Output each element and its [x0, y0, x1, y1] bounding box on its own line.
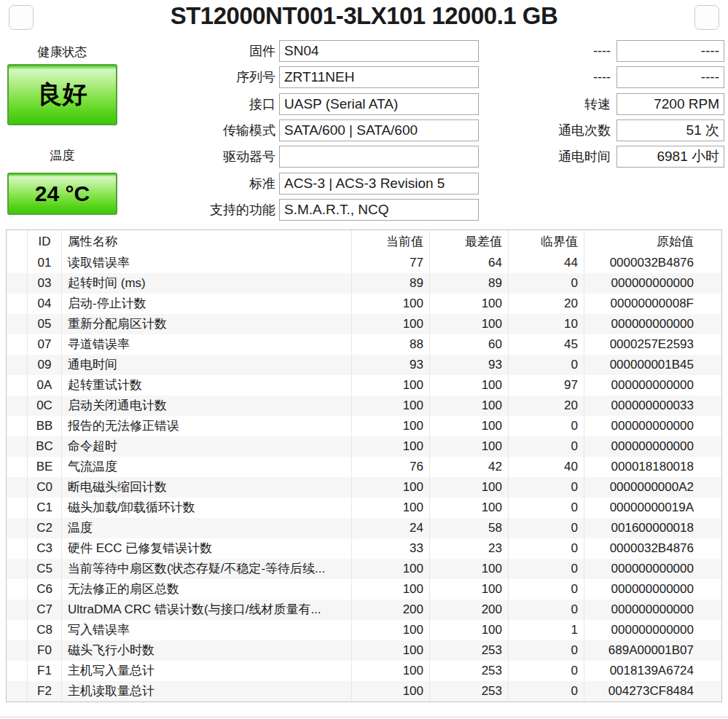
cell-id: F2	[27, 681, 61, 702]
cell-raw: 00000000008F	[584, 294, 721, 314]
field-value-box[interactable]: ----	[617, 66, 724, 88]
table-row[interactable]: F2 主机读取量总计 100 253 0 004273CF8484	[7, 681, 721, 702]
status-indicator-cell	[7, 334, 27, 355]
status-indicator-cell	[7, 457, 27, 477]
cell-raw: 004273CF8484	[584, 681, 721, 702]
table-row[interactable]: BC 命令超时 100 100 0 000000000000	[7, 436, 721, 457]
cell-worst: 60	[429, 334, 508, 355]
info-field-row: 支持的功能 S.M.A.R.T., NCQ	[0, 199, 728, 221]
cell-name: 启动-停止计数	[61, 294, 351, 314]
cell-id: 05	[27, 314, 61, 334]
column-header-raw[interactable]: 原始值	[584, 230, 721, 253]
table-row[interactable]: C1 磁头加载/卸载循环计数 100 100 0 00000000019A	[7, 498, 721, 518]
field-value-box[interactable]: 51 次	[617, 119, 724, 141]
cell-raw: 000000001B45	[584, 355, 721, 375]
column-header-current[interactable]: 当前值	[351, 230, 429, 253]
cell-worst: 253	[429, 681, 508, 702]
table-row[interactable]: F1 主机写入量总计 100 253 0 0018139A6724	[7, 661, 721, 681]
field-value-box[interactable]: 6981 小时	[617, 146, 724, 168]
table-row[interactable]: 0A 起转重试计数 100 100 97 000000000000	[7, 375, 721, 396]
smart-attributes-table: ID 属性名称 当前值 最差值 临界值 原始值 01 读取错误率 77 64 4…	[6, 229, 722, 702]
cell-threshold: 44	[508, 253, 584, 273]
cell-worst: 93	[429, 355, 508, 375]
status-indicator-cell	[7, 620, 27, 640]
cell-raw: 0000257E2593	[584, 334, 721, 355]
cell-id: C1	[27, 498, 61, 518]
table-row[interactable]: BB 报告的无法修正错误 100 100 0 000000000000	[7, 416, 721, 436]
table-row[interactable]: F0 磁头飞行小时数 100 253 0 689A00001B07	[7, 640, 721, 661]
column-header-name[interactable]: 属性名称	[61, 230, 351, 253]
table-row[interactable]: 07 寻道错误率 88 60 45 0000257E2593	[7, 334, 721, 355]
cell-raw: 000000000000	[584, 559, 721, 579]
cell-threshold: 0	[508, 436, 584, 457]
table-row[interactable]: 01 读取错误率 77 64 44 0000032B4876	[7, 253, 721, 273]
cell-raw: 0000032B4876	[584, 253, 721, 273]
field-value-box[interactable]: 7200 RPM	[617, 93, 724, 115]
table-row[interactable]: C7 UltraDMA CRC 错误计数(与接口/线材质量有... 200 20…	[7, 600, 721, 620]
cell-worst: 100	[429, 477, 508, 498]
cell-raw: 0000032B4876	[584, 538, 721, 559]
cell-threshold: 0	[508, 640, 584, 661]
cell-threshold: 0	[508, 559, 584, 579]
table-row[interactable]: C3 硬件 ECC 已修复错误计数 33 23 0 0000032B4876	[7, 538, 721, 559]
status-indicator-cell	[7, 559, 27, 579]
cell-name: 当前等待中扇区数(状态存疑/不稳定-等待后续...	[61, 559, 351, 579]
cell-id: BE	[27, 457, 61, 477]
table-row[interactable]: 05 重新分配扇区计数 100 100 10 000000000000	[7, 314, 721, 334]
cell-name: 硬件 ECC 已修复错误计数	[61, 538, 351, 559]
cell-threshold: 0	[508, 355, 584, 375]
cell-name: 气流温度	[61, 457, 351, 477]
cell-id: C2	[27, 518, 61, 538]
column-header-threshold[interactable]: 临界值	[508, 230, 584, 253]
cell-current: 100	[351, 396, 429, 416]
cell-current: 33	[351, 538, 429, 559]
info-field-row: 通电时间 6981 小时	[0, 146, 728, 168]
cell-raw: 000000000000	[584, 314, 721, 334]
cell-raw: 000000000000	[584, 375, 721, 396]
table-row[interactable]: 0C 启动关闭通电计数 100 100 20 000000000033	[7, 396, 721, 416]
table-row[interactable]: C6 无法修正的扇区总数 100 100 0 000000000000	[7, 579, 721, 600]
status-indicator-cell	[7, 681, 27, 702]
table-row[interactable]: C5 当前等待中扇区数(状态存疑/不稳定-等待后续... 100 100 0 0…	[7, 559, 721, 579]
cell-current: 100	[351, 579, 429, 600]
cell-name: 磁头加载/卸载循环计数	[61, 498, 351, 518]
cell-id: C6	[27, 579, 61, 600]
table-row[interactable]: 04 启动-停止计数 100 100 20 00000000008F	[7, 294, 721, 314]
cell-name: 报告的无法修正错误	[61, 416, 351, 436]
cell-current: 100	[351, 375, 429, 396]
cell-name: 断电磁头缩回计数	[61, 477, 351, 498]
cell-threshold: 0	[508, 273, 584, 294]
cell-id: C0	[27, 477, 61, 498]
status-indicator-cell	[7, 518, 27, 538]
table-row[interactable]: BE 气流温度 76 42 40 000018180018	[7, 457, 721, 477]
cell-id: 07	[27, 334, 61, 355]
cell-id: 03	[27, 273, 61, 294]
cell-current: 100	[351, 640, 429, 661]
column-header-id[interactable]: ID	[27, 230, 61, 253]
cell-name: 主机写入量总计	[61, 661, 351, 681]
cell-id: C7	[27, 600, 61, 620]
cell-threshold: 0	[508, 661, 584, 681]
status-indicator-cell	[7, 640, 27, 661]
table-row[interactable]: C2 温度 24 58 0 001600000018	[7, 518, 721, 538]
cell-threshold: 20	[508, 294, 584, 314]
cell-name: 通电时间	[61, 355, 351, 375]
status-indicator-cell	[7, 253, 27, 273]
column-header-worst[interactable]: 最差值	[429, 230, 508, 253]
table-row[interactable]: 09 通电时间 93 93 0 000000001B45	[7, 355, 721, 375]
field-label: 转速	[452, 93, 611, 115]
field-value-box[interactable]: ----	[617, 40, 724, 62]
table-header-row: ID 属性名称 当前值 最差值 临界值 原始值	[7, 230, 721, 253]
cell-current: 100	[351, 477, 429, 498]
cell-threshold: 0	[508, 477, 584, 498]
window-bottom-divider	[0, 717, 728, 718]
info-field-row: 标准 ACS-3 | ACS-3 Revision 5	[0, 173, 728, 195]
drive-title: ST12000NT001-3LX101 12000.1 GB	[0, 2, 728, 30]
field-value-box[interactable]: S.M.A.R.T., NCQ	[279, 199, 479, 221]
table-row[interactable]: C8 写入错误率 100 100 1 000000000000	[7, 620, 721, 640]
cell-worst: 42	[429, 457, 508, 477]
field-value-box[interactable]: ACS-3 | ACS-3 Revision 5	[279, 173, 479, 195]
table-row[interactable]: 03 起转时间 (ms) 89 89 0 000000000000	[7, 273, 721, 294]
status-indicator-cell	[7, 579, 27, 600]
table-row[interactable]: C0 断电磁头缩回计数 100 100 0 0000000000A2	[7, 477, 721, 498]
